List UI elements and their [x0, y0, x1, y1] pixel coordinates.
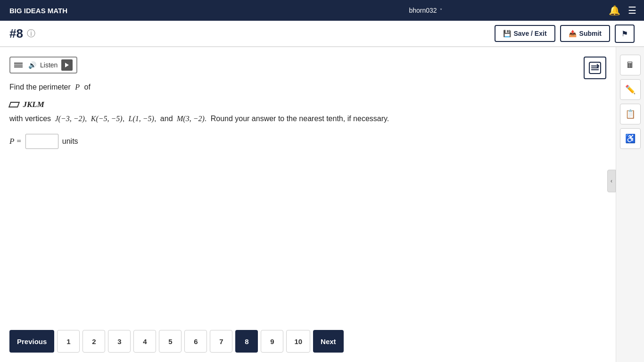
accessibility-sidebar-button[interactable]: ♿	[620, 128, 641, 149]
comma2: ,	[123, 115, 124, 123]
parallelogram-icon	[8, 102, 20, 107]
notes-icon: 📋	[625, 109, 636, 119]
speaker-icon: 🔊	[28, 61, 36, 69]
question-bar: #8 ⓘ 💾 Save / Exit 📤 Submit ⚑	[0, 21, 644, 47]
app-name: BIG IDEAS MATH	[0, 7, 250, 15]
flag-icon: ⚑	[621, 30, 628, 38]
with-vertices-text: with vertices	[9, 115, 51, 123]
page-button-1[interactable]: 1	[57, 330, 80, 353]
vertex-m: M(3, −2)	[177, 115, 205, 123]
page-button-9[interactable]: 9	[261, 330, 283, 353]
submit-icon: 📤	[569, 30, 577, 37]
collapse-sidebar-button[interactable]: ‹	[607, 170, 616, 192]
play-button[interactable]	[61, 59, 73, 71]
vertex-l: L(1, −5)	[129, 115, 154, 123]
question-number: #8	[9, 26, 23, 41]
of-text: of	[84, 83, 91, 91]
right-sidebar: 🖩 ✏️ 📋 ♿	[616, 47, 644, 362]
units-label: units	[62, 137, 78, 146]
shape-label: JKLM	[23, 100, 44, 109]
and-text: and	[160, 115, 173, 123]
top-navigation: BIG IDEAS MATH bhorn032 ˅ 🔔 ☰	[0, 0, 644, 21]
period: .	[205, 115, 206, 123]
save-icon: 💾	[503, 30, 511, 37]
answer-row: P = units	[9, 134, 606, 149]
accessibility-button[interactable]	[584, 57, 606, 79]
comma1: ,	[85, 115, 87, 123]
p-symbol: P	[75, 83, 80, 91]
pagination-bar: Previous 1 2 3 4 5 6 7 8 9 10 Next	[0, 321, 616, 362]
question-text: Find the perimeter P of JKLM with vertic…	[9, 81, 606, 124]
accessibility-icon	[588, 61, 602, 74]
content-wrapper: 🔊 Listen Find the perimeter P	[0, 47, 616, 362]
notes-button[interactable]: 📋	[620, 104, 641, 124]
submit-button[interactable]: 📤 Submit	[560, 25, 610, 42]
username-label: bhorn032	[409, 7, 437, 14]
question-shape-line: JKLM	[9, 98, 606, 111]
page-button-10[interactable]: 10	[286, 330, 310, 353]
page-button-5[interactable]: 5	[159, 330, 182, 353]
calculator-button[interactable]: 🖩	[620, 55, 641, 75]
chevron-down-icon: ˅	[440, 8, 442, 13]
page-button-6[interactable]: 6	[184, 330, 207, 353]
page-button-3[interactable]: 3	[108, 330, 131, 353]
menu-icon[interactable]: ☰	[628, 5, 636, 16]
listen-bar[interactable]: 🔊 Listen	[9, 57, 77, 74]
accessibility-sidebar-icon: ♿	[625, 133, 636, 144]
submit-label: Submit	[579, 30, 602, 37]
notification-icon[interactable]: 🔔	[609, 5, 620, 16]
answer-input[interactable]	[25, 134, 58, 149]
main-layout: 🔊 Listen Find the perimeter P	[0, 47, 644, 362]
page-button-7[interactable]: 7	[210, 330, 232, 353]
lines-icon	[14, 63, 23, 67]
page-button-2[interactable]: 2	[83, 330, 105, 353]
find-perimeter-prefix: Find the perimeter	[9, 83, 71, 91]
draw-button[interactable]: ✏️	[620, 79, 641, 100]
info-icon[interactable]: ⓘ	[27, 28, 35, 39]
user-info[interactable]: bhorn032 ˅	[250, 7, 601, 14]
round-note: Round your answer to the nearest tenth, …	[211, 115, 389, 123]
vertex-k: K(−5, −5)	[91, 115, 123, 123]
previous-button[interactable]: Previous	[9, 330, 54, 353]
top-nav-actions: 🔔 ☰	[601, 5, 644, 16]
draw-icon: ✏️	[625, 84, 636, 95]
question-line1: Find the perimeter P of	[9, 81, 606, 93]
save-exit-label: Save / Exit	[514, 30, 547, 37]
content-area: 🔊 Listen Find the perimeter P	[0, 47, 616, 321]
answer-prefix: P =	[9, 137, 22, 146]
vertex-j: J(−3, −2)	[55, 115, 84, 123]
listen-label: Listen	[40, 61, 58, 69]
comma3: ,	[154, 115, 156, 123]
action-buttons: 💾 Save / Exit 📤 Submit ⚑	[495, 25, 635, 43]
app-title: BIG IDEAS MATH	[9, 7, 67, 15]
calculator-icon: 🖩	[626, 60, 635, 70]
save-exit-button[interactable]: 💾 Save / Exit	[495, 25, 555, 42]
page-button-8[interactable]: 8	[235, 330, 258, 353]
question-vertices-line: with vertices J(−3, −2), K(−5, −5), L(1,…	[9, 113, 606, 125]
next-button[interactable]: Next	[313, 330, 344, 353]
flag-button[interactable]: ⚑	[615, 25, 635, 43]
page-button-4[interactable]: 4	[133, 330, 156, 353]
